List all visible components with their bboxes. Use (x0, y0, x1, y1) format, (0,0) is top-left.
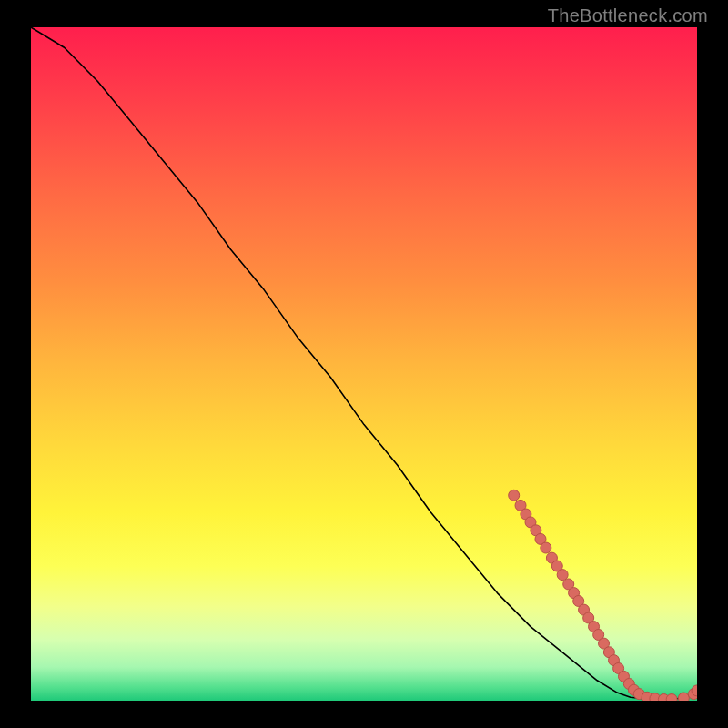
highlight-points-group (509, 490, 697, 701)
highlight-point (666, 694, 677, 701)
curve-overlay-svg (31, 27, 697, 701)
plot-area (31, 27, 697, 701)
attribution-label: TheBottleneck.com (548, 5, 708, 26)
chart-frame (31, 27, 697, 701)
highlight-point (509, 490, 520, 500)
highlight-point (557, 570, 568, 581)
bottleneck-curve-line (31, 27, 697, 700)
highlight-point (541, 542, 551, 553)
highlight-point (678, 693, 689, 701)
